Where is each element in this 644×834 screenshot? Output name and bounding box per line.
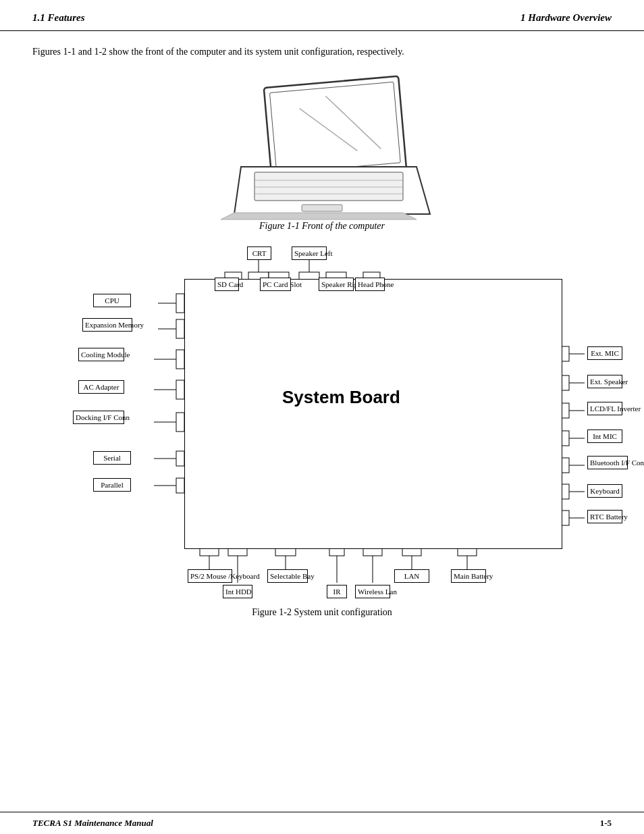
label-bluetooth: Bluetooth I/F Conn.	[587, 456, 628, 469]
label-cpu: CPU	[93, 294, 131, 307]
label-keyboard: Keyboard	[587, 484, 622, 498]
label-crt: CRT	[247, 246, 271, 260]
label-lcd-fl-inverter: LCD/FL Inverter	[587, 402, 622, 415]
svg-marker-10	[221, 213, 417, 219]
label-wireless-lan: Wireless Lan	[355, 585, 390, 598]
svg-rect-9	[302, 205, 342, 211]
svg-rect-22	[176, 319, 184, 338]
label-selectable-bay: Selectable Bay	[267, 569, 308, 583]
label-docking-conn: Docking I/F Conn	[73, 411, 124, 424]
label-cooling-module: Cooling Module	[78, 348, 124, 361]
label-ir: IR	[327, 585, 347, 598]
svg-rect-1	[269, 82, 400, 174]
label-speaker-right: Speaker Right	[319, 278, 354, 291]
figure-2-caption: Figure 1-2 System unit configuration	[32, 607, 612, 618]
svg-rect-28	[176, 413, 184, 432]
system-board-rect	[184, 279, 562, 549]
figure-2-container: System Board CRT Speaker Left SD Card PC…	[32, 245, 613, 603]
figure-1-caption: Figure 1-1 Front of the computer	[259, 221, 385, 232]
page-body: Figures 1-1 and 1-2 show the front of th…	[0, 31, 644, 638]
label-ps2-mouse-keyboard: PS/2 Mouse /Keyboard	[188, 569, 232, 583]
label-pc-card-slot: PC Card Slot	[260, 278, 291, 291]
label-head-phone: Head Phone	[355, 278, 385, 291]
laptop-illustration	[207, 72, 437, 221]
label-main-battery: Main Battery	[451, 569, 486, 583]
label-ext-mic: Ext. MIC	[587, 346, 622, 360]
label-ac-adapter: AC Adapter	[78, 380, 124, 394]
label-lan: LAN	[394, 569, 429, 583]
label-expansion-memory: Expansion Memory	[82, 318, 132, 332]
page-header: 1.1 Features 1 Hardware Overview	[0, 0, 644, 31]
page-footer: TECRA S1 Maintenance Manual 1-5	[0, 812, 644, 834]
svg-rect-24	[176, 350, 184, 369]
system-board-label: System Board	[282, 387, 400, 408]
svg-rect-32	[176, 478, 184, 493]
label-rtc-battery: RTC Battery	[587, 510, 622, 523]
svg-rect-30	[176, 451, 184, 466]
svg-rect-5	[254, 172, 403, 201]
label-int-mic: Int MIC	[587, 429, 622, 443]
intro-paragraph: Figures 1-1 and 1-2 show the front of th…	[32, 45, 612, 59]
label-parallel: Parallel	[93, 478, 131, 492]
figure-1-container: Figure 1-1 Front of the computer	[32, 72, 612, 240]
svg-rect-20	[176, 294, 184, 313]
label-ext-speaker: Ext. Speaker	[587, 375, 622, 388]
header-section: 1.1 Features	[32, 12, 85, 24]
svg-rect-26	[176, 380, 184, 399]
header-chapter: 1 Hardware Overview	[520, 12, 612, 24]
footer-page-number: 1-5	[600, 818, 612, 829]
label-speaker-left: Speaker Left	[292, 246, 327, 260]
footer-manual-title: TECRA S1 Maintenance Manual	[32, 818, 153, 829]
label-serial: Serial	[93, 451, 131, 465]
label-sd-card: SD Card	[215, 278, 239, 291]
label-int-hdd: Int HDD	[223, 585, 252, 598]
